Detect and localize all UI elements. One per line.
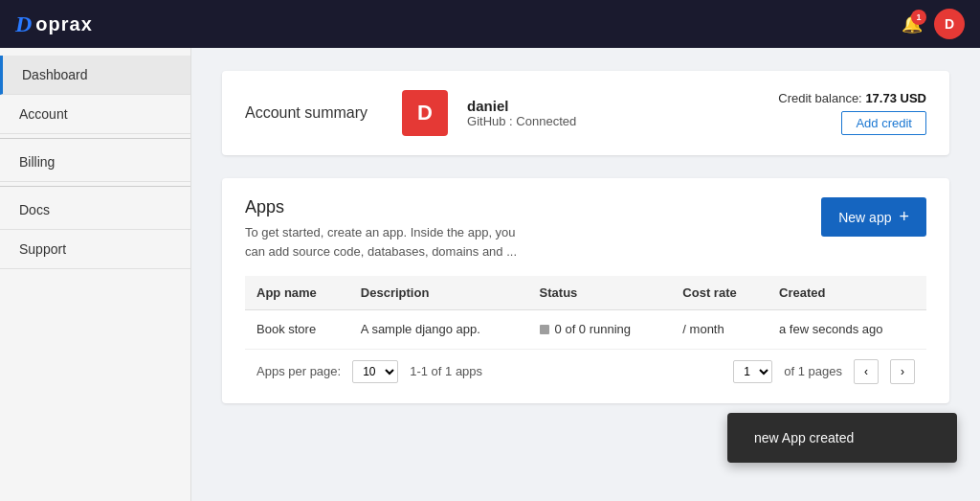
apps-section: Apps To get started, create an app. Insi… — [222, 178, 949, 403]
topnav: D oprax 🔔 1 D — [0, 0, 980, 48]
col-header-name: App name — [245, 276, 349, 310]
apps-table-body: Book store A sample django app. 0 of 0 r… — [245, 310, 926, 350]
sidebar-item-account[interactable]: Account — [0, 95, 190, 134]
account-github-status: GitHub : Connected — [467, 114, 759, 128]
status-indicator: 0 of 0 running — [540, 322, 632, 336]
apps-table-head: App name Description Status Cost rate Cr… — [245, 276, 926, 310]
status-text: 0 of 0 running — [555, 322, 632, 336]
sidebar-item-support[interactable]: Support — [0, 230, 190, 269]
pagination-row: Apps per page: 10 25 50 1-1 of 1 apps 1 … — [245, 350, 926, 384]
new-app-label: New app — [838, 210, 891, 225]
credit-amount: 17.73 USD — [865, 91, 926, 105]
sidebar-item-docs[interactable]: Docs — [0, 191, 190, 230]
status-dot — [540, 325, 549, 334]
total-pages-label: of 1 pages — [784, 364, 842, 378]
col-header-created: Created — [768, 276, 926, 310]
logo-text: oprax — [35, 13, 92, 35]
page-select[interactable]: 1 — [733, 360, 772, 383]
apps-header-left: Apps To get started, create an app. Insi… — [245, 197, 532, 261]
app-created-cell: a few seconds ago — [768, 310, 926, 350]
plus-icon: + — [899, 207, 909, 227]
notification-button[interactable]: 🔔 1 — [902, 13, 923, 34]
next-page-button[interactable]: › — [890, 359, 915, 384]
prev-page-button[interactable]: ‹ — [854, 359, 879, 384]
col-header-cost-rate: Cost rate — [671, 276, 768, 310]
per-page-label: Apps per page: — [256, 364, 341, 378]
logo: D oprax — [15, 11, 93, 37]
account-user-info: daniel GitHub : Connected — [467, 98, 759, 128]
toast-notification: new App created — [727, 413, 957, 463]
credit-balance-text: Credit balance: 17.73 USD — [778, 91, 926, 105]
logo-icon: D — [15, 11, 32, 37]
account-summary-card: Account summary D daniel GitHub : Connec… — [222, 71, 949, 155]
account-user-icon: D — [402, 90, 448, 136]
main-content: Account summary D daniel GitHub : Connec… — [191, 48, 980, 501]
add-credit-button[interactable]: Add credit — [841, 111, 926, 135]
account-user-name: daniel — [467, 98, 759, 114]
account-summary-title: Account summary — [245, 104, 368, 122]
sidebar-divider — [0, 138, 190, 139]
new-app-button[interactable]: New app + — [821, 197, 926, 237]
sidebar-item-dashboard[interactable]: Dashboard — [0, 56, 190, 95]
sidebar-divider-2 — [0, 186, 190, 187]
col-header-status: Status — [528, 276, 672, 310]
per-page-select[interactable]: 10 25 50 — [352, 360, 398, 383]
apps-header: Apps To get started, create an app. Insi… — [245, 197, 926, 261]
user-avatar[interactable]: D — [934, 9, 965, 39]
toast-message: new App created — [754, 430, 854, 445]
notification-badge: 1 — [911, 10, 926, 25]
app-description-cell: A sample django app. — [349, 310, 528, 350]
app-status-cell: 0 of 0 running — [528, 310, 672, 350]
topnav-icons: 🔔 1 D — [902, 9, 965, 39]
sidebar: Dashboard Account Billing Docs Support — [0, 48, 191, 501]
apps-description: To get started, create an app. Inside th… — [245, 223, 532, 261]
app-cost-rate-cell: / month — [671, 310, 768, 350]
sidebar-item-billing[interactable]: Billing — [0, 143, 190, 182]
table-row[interactable]: Book store A sample django app. 0 of 0 r… — [245, 310, 926, 350]
app-name-cell: Book store — [245, 310, 349, 350]
layout: Dashboard Account Billing Docs Support A… — [0, 48, 980, 501]
credit-section: Credit balance: 17.73 USD Add credit — [778, 91, 926, 135]
apps-table: App name Description Status Cost rate Cr… — [245, 276, 926, 350]
range-label: 1-1 of 1 apps — [410, 364, 482, 378]
apps-title: Apps — [245, 197, 532, 217]
col-header-description: Description — [349, 276, 528, 310]
